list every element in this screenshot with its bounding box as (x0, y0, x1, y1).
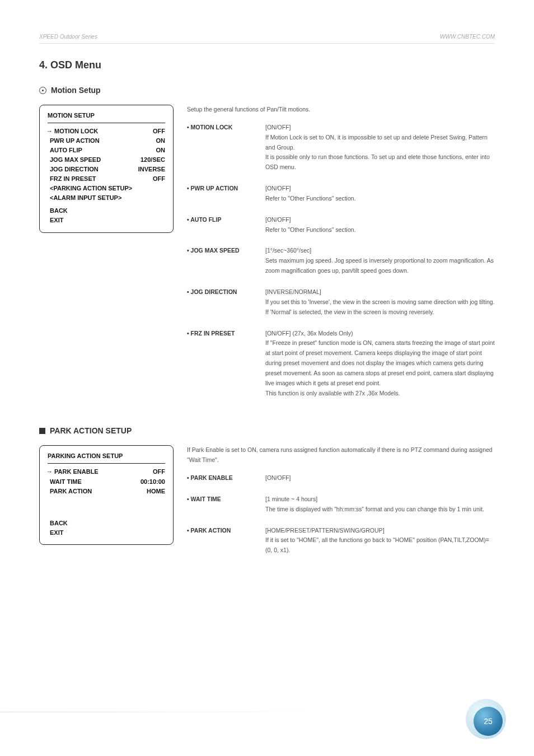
osd-item-label: PARK ACTION (50, 487, 92, 496)
osd-item-value: ON (156, 146, 166, 155)
osd-item: JOG MAX SPEED120/SEC (48, 155, 165, 165)
param-row: JOG DIRECTION[INVERSE/NORMAL]If you set … (187, 287, 495, 318)
osd-item-value: HOME (147, 487, 165, 496)
osd-item-label: JOG MAX SPEED (50, 155, 101, 165)
motion-osd-box: MOTION SETUP MOTION LOCKOFFPWR UP ACTION… (39, 105, 174, 233)
osd-item-value: OFF (153, 127, 165, 136)
param-name: PARK ENABLE (187, 473, 265, 483)
osd-item: WAIT TIME00:10:00 (48, 477, 165, 487)
osd-footer-item: EXIT (50, 528, 165, 538)
header-left: XPEED Outdoor Series (39, 34, 97, 40)
osd-item-label: PARK ENABLE (48, 467, 99, 477)
osd-item: AUTO FLIPON (48, 146, 165, 155)
param-name: PWR UP ACTION (187, 184, 265, 204)
param-row: FRZ IN PRESET[ON/OFF] (27x, 36x Models O… (187, 329, 495, 399)
motion-setup-heading-row: Motion Setup (39, 86, 495, 95)
osd-item: FRZ IN PRESETOFF (48, 174, 165, 184)
page-number-badge: 25 (466, 699, 506, 739)
page-header: XPEED Outdoor Series WWW.CNBTEC.COM (39, 34, 495, 44)
param-row: PARK ACTION[HOME/PRESET/PATTERN/SWING/GR… (187, 526, 495, 556)
park-heading-row: PARK ACTION SETUP (39, 426, 495, 435)
park-intro: If Park Enable is set to ON, camera runs… (187, 445, 495, 465)
square-icon (39, 428, 45, 434)
param-desc: [ON/OFF] (27x, 36x Models Only)If "Freez… (265, 329, 495, 399)
osd-footer-item: BACK (50, 206, 165, 216)
param-desc: [ON/OFF] (265, 473, 495, 483)
param-row: PARK ENABLE[ON/OFF] (187, 473, 495, 483)
header-right: WWW.CNBTEC.COM (440, 34, 495, 40)
param-desc: [ON/OFF]Refer to "Other Functions" secti… (265, 215, 495, 235)
param-name: FRZ IN PRESET (187, 329, 265, 399)
motion-setup-heading: Motion Setup (51, 86, 101, 95)
osd-item-label: JOG DIRECTION (50, 165, 99, 174)
param-name: JOG MAX SPEED (187, 246, 265, 276)
osd-item: PARK ENABLEOFF (48, 467, 165, 477)
park-osd-box: PARKING ACTION SETUP PARK ENABLEOFFWAIT … (39, 445, 174, 544)
park-osd-title: PARKING ACTION SETUP (48, 451, 165, 464)
park-heading: PARK ACTION SETUP (50, 426, 132, 435)
osd-item: PWR UP ACTIONON (48, 136, 165, 146)
param-desc: [1°/sec~360°/sec]Sets maximum jog speed.… (265, 246, 495, 276)
param-name: MOTION LOCK (187, 123, 265, 172)
page-number: 25 (484, 717, 493, 726)
param-desc: [HOME/PRESET/PATTERN/SWING/GROUP]If it i… (265, 526, 495, 556)
osd-item: MOTION LOCKOFF (48, 127, 165, 136)
osd-item-value: 00:10:00 (140, 477, 165, 487)
osd-item-label: AUTO FLIP (50, 146, 82, 155)
param-row: AUTO FLIP[ON/OFF]Refer to "Other Functio… (187, 215, 495, 235)
osd-item-value: OFF (153, 174, 165, 184)
osd-item-value: INVERSE (138, 165, 165, 174)
osd-item-label: <PARKING ACTION SETUP> (50, 184, 132, 193)
param-desc: [INVERSE/NORMAL]If you set this to 'Inve… (265, 287, 495, 318)
param-name: PARK ACTION (187, 526, 265, 556)
motion-osd-title: MOTION SETUP (48, 111, 165, 123)
param-desc: [1 minute ~ 4 hours]The time is displaye… (265, 494, 495, 515)
footer-line (0, 712, 320, 712)
osd-footer-item: BACK (50, 519, 165, 528)
page-title: 4. OSD Menu (39, 59, 495, 71)
osd-item-label: PWR UP ACTION (50, 136, 100, 146)
osd-footer-item: EXIT (50, 216, 165, 225)
osd-item-label: FRZ IN PRESET (50, 174, 96, 184)
osd-item: <ALARM INPUT SETUP> (48, 193, 165, 203)
param-row: JOG MAX SPEED[1°/sec~360°/sec]Sets maxim… (187, 246, 495, 276)
param-name: AUTO FLIP (187, 215, 265, 235)
osd-item-label: <ALARM INPUT SETUP> (50, 193, 121, 203)
param-desc: [ON/OFF]Refer to "Other Functions" secti… (265, 184, 495, 204)
osd-item: PARK ACTIONHOME (48, 487, 165, 496)
param-row: PWR UP ACTION[ON/OFF]Refer to "Other Fun… (187, 184, 495, 204)
param-name: JOG DIRECTION (187, 287, 265, 318)
param-desc: [ON/OFF]If Motion Lock is set to ON, it … (265, 123, 495, 172)
osd-item: <PARKING ACTION SETUP> (48, 184, 165, 193)
osd-item-value: OFF (153, 467, 165, 477)
osd-item-label: WAIT TIME (50, 477, 82, 487)
osd-item-label: MOTION LOCK (48, 127, 98, 136)
param-name: WAIT TIME (187, 494, 265, 515)
circle-dot-icon (39, 87, 46, 94)
osd-item: JOG DIRECTIONINVERSE (48, 165, 165, 174)
param-row: MOTION LOCK[ON/OFF]If Motion Lock is set… (187, 123, 495, 172)
param-row: WAIT TIME[1 minute ~ 4 hours]The time is… (187, 494, 495, 515)
osd-item-value: ON (156, 136, 166, 146)
motion-intro: Setup the general functions of Pan/Tilt … (187, 105, 495, 115)
osd-item-value: 120/SEC (140, 155, 165, 165)
